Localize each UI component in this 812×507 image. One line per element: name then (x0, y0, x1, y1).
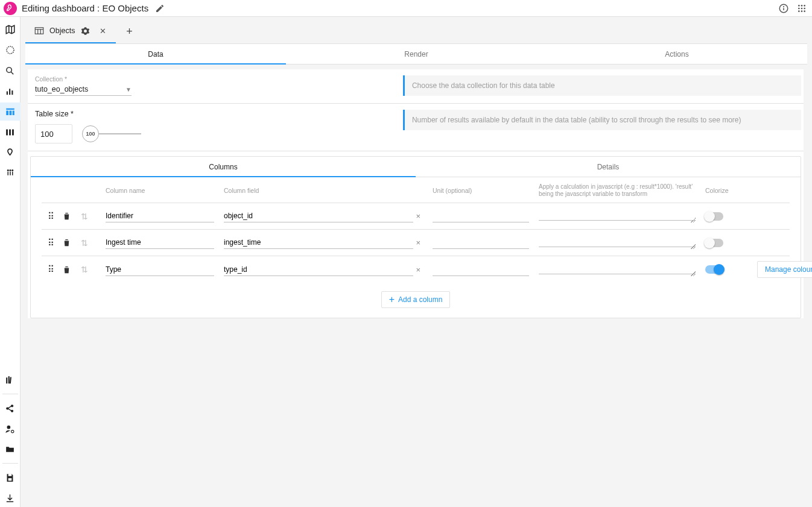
tab-close-icon[interactable]: ✕ (98, 26, 107, 36)
svg-point-6 (798, 7, 800, 9)
svg-point-3 (798, 5, 800, 7)
user-settings-icon[interactable] (0, 420, 21, 438)
config-subtabs: Data Render Actions (25, 44, 807, 65)
column-calc-input[interactable] (539, 210, 696, 221)
column-unit-input[interactable] (433, 236, 529, 249)
columns-tab[interactable]: Columns (31, 157, 416, 177)
svg-point-13 (7, 67, 11, 72)
svg-rect-21 (12, 111, 14, 116)
col-header-name: Column name (106, 187, 214, 194)
svg-point-4 (801, 5, 803, 7)
sort-icon[interactable]: ⇅ (79, 238, 90, 248)
swimlane-icon[interactable] (0, 143, 21, 162)
tab-label: Objects (49, 27, 75, 35)
clear-field-icon[interactable]: × (413, 212, 423, 221)
colorize-toggle[interactable] (705, 212, 723, 221)
svg-rect-42 (8, 478, 12, 480)
svg-point-10 (801, 10, 803, 12)
clear-field-icon[interactable]: × (413, 265, 423, 274)
grid-icon[interactable] (0, 123, 21, 141)
column-field-input[interactable] (224, 210, 413, 222)
svg-point-12 (7, 46, 14, 54)
svg-rect-19 (6, 111, 8, 116)
sidebar (0, 17, 21, 507)
svg-rect-30 (12, 172, 13, 175)
download-icon[interactable] (0, 489, 21, 507)
add-column-button[interactable]: + Add a column (381, 291, 451, 308)
svg-rect-33 (10, 377, 11, 383)
delete-icon[interactable] (62, 212, 73, 221)
apps-icon[interactable] (795, 2, 808, 15)
column-row: ⠿ ⇅ × Manage colours (42, 256, 790, 283)
sort-icon[interactable]: ⇅ (79, 265, 90, 274)
folder-icon[interactable] (0, 440, 21, 458)
clear-field-icon[interactable]: × (413, 238, 423, 247)
map-icon[interactable] (0, 20, 21, 39)
page-title: Editing dashboard : EO Objects (22, 3, 148, 13)
manage-colours-button[interactable]: Manage colours (757, 261, 812, 278)
svg-rect-16 (9, 89, 10, 95)
timeline-icon[interactable] (0, 41, 21, 59)
tab-objects[interactable]: Objects ✕ (25, 19, 116, 43)
table-size-slider[interactable]: 100 (82, 125, 141, 142)
search-icon[interactable] (0, 61, 21, 80)
metrics-icon[interactable] (0, 82, 21, 100)
svg-point-7 (801, 7, 803, 9)
column-row: ⠿ ⇅ × (42, 230, 790, 256)
chevron-down-icon: ▼ (125, 86, 132, 93)
column-name-input[interactable] (106, 263, 214, 276)
tab-table-icon (34, 25, 45, 36)
subtab-actions[interactable]: Actions (547, 44, 807, 64)
svg-rect-32 (8, 376, 10, 383)
svg-rect-15 (7, 91, 8, 95)
svg-rect-41 (8, 474, 12, 476)
collection-hint: Choose the data collection for this data… (403, 75, 801, 96)
collection-label: Collection * (35, 75, 385, 83)
tab-settings-icon[interactable] (80, 25, 90, 36)
tabbar: Objects ✕ + (21, 17, 812, 43)
delete-icon[interactable] (62, 265, 73, 274)
colorize-toggle[interactable] (705, 239, 723, 247)
delete-icon[interactable] (62, 238, 73, 247)
details-tab[interactable]: Details (416, 157, 801, 177)
add-tab-button[interactable]: + (117, 19, 141, 43)
column-unit-input[interactable] (433, 210, 529, 222)
app-header: Editing dashboard : EO Objects (0, 0, 812, 17)
column-unit-input[interactable] (433, 263, 529, 276)
library-icon[interactable] (0, 371, 21, 389)
svg-line-14 (11, 72, 13, 74)
column-name-input[interactable] (106, 210, 214, 222)
table-size-label: Table size * (35, 110, 385, 118)
save-icon[interactable] (0, 468, 21, 487)
people-icon[interactable] (0, 164, 21, 182)
column-field-input[interactable] (224, 263, 413, 276)
sort-icon[interactable]: ⇅ (79, 212, 90, 221)
info-icon[interactable] (777, 2, 790, 15)
colorize-toggle[interactable] (705, 265, 723, 274)
drag-handle-icon[interactable]: ⠿ (45, 264, 56, 275)
drag-handle-icon[interactable]: ⠿ (45, 238, 56, 248)
edit-title-icon[interactable] (153, 2, 167, 15)
svg-point-39 (7, 425, 11, 429)
svg-point-11 (804, 10, 805, 12)
drag-handle-icon[interactable]: ⠿ (45, 211, 56, 222)
svg-point-8 (804, 7, 805, 9)
table-size-input[interactable]: 100 (35, 124, 72, 143)
collection-select[interactable]: tuto_eo_objects ▼ (35, 84, 132, 96)
col-header-colorize: Colorize (705, 187, 747, 194)
share-icon[interactable] (0, 399, 21, 417)
svg-rect-22 (6, 129, 8, 135)
datatable-icon[interactable] (0, 102, 21, 121)
subtab-render[interactable]: Render (286, 44, 547, 64)
column-row: ⠿ ⇅ × (42, 203, 790, 230)
svg-point-25 (7, 169, 8, 171)
column-field-input[interactable] (224, 236, 413, 249)
svg-rect-31 (6, 377, 7, 383)
svg-point-26 (9, 169, 11, 171)
subtab-data[interactable]: Data (25, 44, 286, 64)
column-calc-input[interactable] (539, 236, 696, 247)
column-calc-input[interactable] (539, 263, 696, 274)
svg-rect-24 (12, 129, 14, 135)
svg-point-5 (804, 5, 805, 7)
column-name-input[interactable] (106, 236, 214, 249)
